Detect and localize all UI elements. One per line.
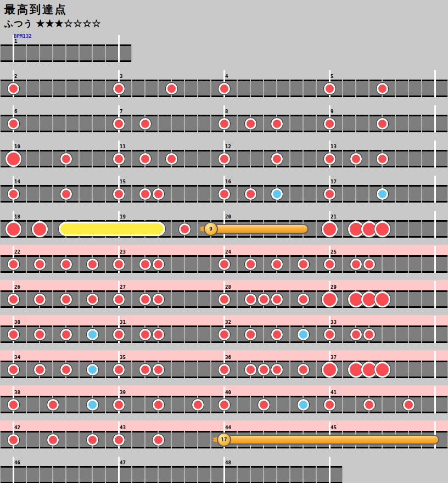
measure-number: 12 (225, 144, 231, 149)
cell-separator (276, 80, 277, 97)
cell-separator (65, 466, 66, 483)
cell-separator (171, 361, 172, 378)
cell-separator (421, 80, 422, 97)
cell-separator (0, 150, 1, 167)
measure-number: 42 (14, 425, 20, 430)
cell-separator (171, 220, 172, 238)
note-ka (271, 188, 283, 200)
cell-separator (263, 115, 264, 132)
cell-separator (52, 80, 53, 97)
cell-separator (368, 80, 369, 97)
note-don (113, 364, 125, 375)
cell-separator (210, 150, 211, 167)
cell-separator (289, 80, 290, 97)
cell-separator (79, 466, 80, 483)
note-don (139, 294, 151, 305)
cell-separator (52, 361, 53, 378)
cell-separator (408, 185, 409, 203)
cell-separator (316, 150, 317, 167)
cell-separator (184, 361, 185, 378)
cell-separator (316, 185, 317, 203)
cell-separator (316, 115, 317, 132)
barline (434, 141, 436, 167)
cell-separator (303, 466, 304, 483)
cell-separator (421, 361, 422, 378)
measure-number: 46 (14, 460, 20, 465)
cell-separator (26, 80, 27, 97)
note-don (153, 188, 164, 200)
note-don (139, 153, 151, 165)
cell-separator (65, 44, 66, 62)
cell-separator (171, 290, 172, 308)
cell-separator (131, 325, 132, 343)
note-don (60, 329, 72, 340)
cell-separator (237, 290, 238, 308)
cell-separator (92, 80, 93, 97)
cell-separator (263, 150, 264, 167)
cell-separator (79, 431, 80, 448)
cell-separator (26, 220, 27, 238)
cell-separator (171, 255, 172, 273)
cell-separator (65, 431, 66, 448)
cell-separator (0, 220, 1, 238)
note-don (113, 434, 125, 446)
cell-separator (39, 44, 40, 62)
cell-separator (105, 466, 106, 483)
cell-separator (184, 150, 185, 167)
cell-separator (52, 185, 53, 203)
cell-separator (395, 361, 396, 378)
cell-separator (250, 466, 251, 483)
cell-separator (79, 325, 80, 343)
note-don (34, 294, 46, 305)
barline (434, 211, 436, 238)
note-don (113, 259, 125, 270)
cell-separator (421, 115, 422, 132)
cell-separator (144, 396, 145, 413)
cell-separator (303, 185, 304, 203)
measure-number: 31 (120, 319, 126, 325)
cell-separator (355, 80, 356, 97)
note-don (245, 259, 256, 270)
note-don (377, 83, 388, 94)
cell-separator (263, 255, 264, 273)
note-don (245, 329, 256, 340)
cell-separator (105, 255, 106, 273)
cell-separator (408, 220, 409, 238)
note-don (324, 399, 335, 411)
cell-separator (26, 325, 27, 343)
taiko-chart: 最高到達点 ふつう ★★★☆☆☆☆ 1BPM132234567891011121… (0, 0, 448, 483)
cell-separator (131, 185, 132, 203)
note-don (179, 223, 191, 235)
note-don (245, 364, 256, 375)
cell-separator (92, 115, 93, 132)
barline (329, 457, 331, 483)
note-don (47, 434, 59, 446)
measure-number: 47 (120, 460, 126, 465)
cell-separator (65, 115, 66, 132)
cell-separator (79, 185, 80, 203)
cell-separator (131, 290, 132, 308)
cell-separator (210, 361, 211, 378)
cell-separator (421, 220, 422, 238)
note-don (153, 434, 164, 446)
barline (434, 70, 436, 97)
cell-separator (289, 361, 290, 378)
note-don (139, 329, 151, 340)
measure-number: 28 (225, 284, 231, 290)
note-don (8, 434, 19, 446)
cell-separator (65, 396, 66, 413)
cell-separator (303, 150, 304, 167)
note-don (403, 399, 415, 411)
cell-separator (210, 325, 211, 343)
note-don (8, 329, 19, 340)
cell-separator (92, 150, 93, 167)
note-don (60, 259, 72, 270)
measure-number: 23 (120, 249, 126, 255)
measure-number: 4 (225, 74, 228, 79)
cell-separator (237, 325, 238, 343)
cell-separator (408, 255, 409, 273)
cell-separator (171, 185, 172, 203)
cell-separator (26, 396, 27, 413)
measure-number: 13 (331, 144, 337, 149)
note-ka (298, 329, 309, 340)
